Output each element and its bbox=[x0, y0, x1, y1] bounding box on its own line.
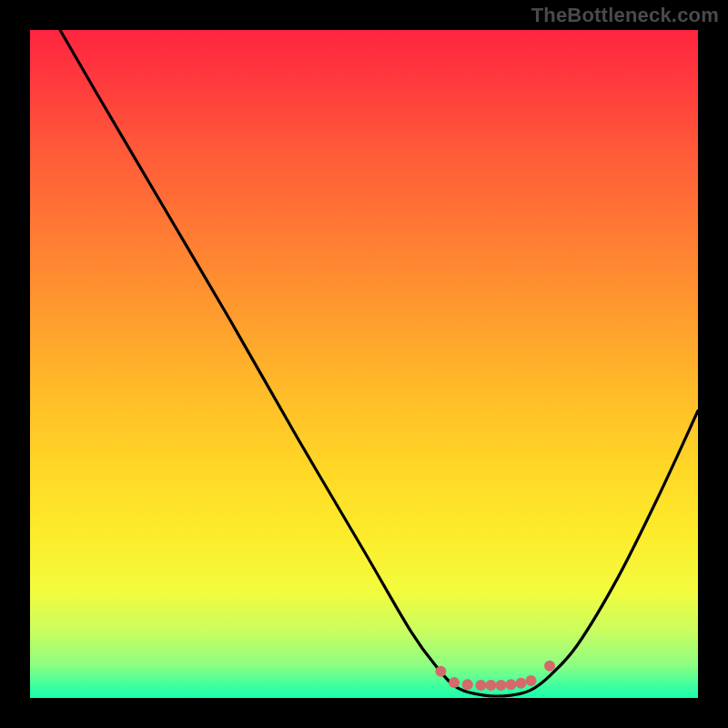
marker-dot bbox=[475, 680, 486, 691]
marker-dot bbox=[435, 666, 446, 677]
marker-dot bbox=[505, 679, 516, 690]
marker-dot bbox=[526, 675, 537, 686]
watermark-text: TheBottleneck.com bbox=[531, 4, 719, 27]
marker-dot bbox=[485, 680, 496, 691]
marker-dot bbox=[495, 680, 506, 691]
marker-dot bbox=[449, 677, 460, 688]
chart-svg bbox=[30, 30, 698, 698]
plot-area bbox=[30, 30, 698, 698]
chart-frame: TheBottleneck.com bbox=[0, 0, 728, 728]
marker-dot bbox=[462, 679, 473, 690]
marker-dot bbox=[544, 661, 555, 672]
bottleneck-curve bbox=[60, 30, 698, 696]
marker-dot bbox=[515, 678, 526, 689]
